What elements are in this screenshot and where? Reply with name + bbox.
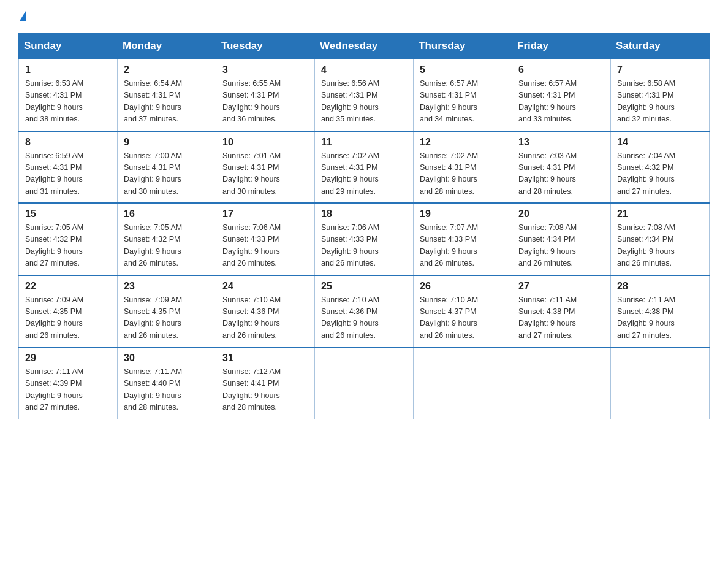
calendar-cell: 7Sunrise: 6:58 AMSunset: 4:31 PMDaylight… — [611, 59, 710, 131]
day-info: Sunrise: 7:10 AMSunset: 4:37 PMDaylight:… — [420, 294, 506, 342]
day-info: Sunrise: 7:00 AMSunset: 4:31 PMDaylight:… — [124, 150, 210, 198]
calendar-cell: 20Sunrise: 7:08 AMSunset: 4:34 PMDayligh… — [512, 203, 611, 275]
calendar-cell: 31Sunrise: 7:12 AMSunset: 4:41 PMDayligh… — [216, 347, 315, 419]
weekday-header-saturday: Saturday — [611, 34, 710, 59]
day-info: Sunrise: 7:06 AMSunset: 4:33 PMDaylight:… — [222, 222, 308, 270]
week-row-5: 29Sunrise: 7:11 AMSunset: 4:39 PMDayligh… — [19, 347, 710, 419]
day-number: 1 — [25, 64, 111, 75]
day-info: Sunrise: 7:10 AMSunset: 4:36 PMDaylight:… — [222, 294, 308, 342]
day-number: 22 — [25, 281, 111, 292]
day-number: 28 — [617, 281, 703, 292]
calendar-cell: 17Sunrise: 7:06 AMSunset: 4:33 PMDayligh… — [216, 203, 315, 275]
day-info: Sunrise: 6:55 AMSunset: 4:31 PMDaylight:… — [222, 78, 308, 126]
calendar-cell: 26Sunrise: 7:10 AMSunset: 4:37 PMDayligh… — [414, 275, 512, 348]
calendar-cell: 11Sunrise: 7:02 AMSunset: 4:31 PMDayligh… — [315, 131, 414, 204]
weekday-header-sunday: Sunday — [19, 34, 118, 59]
day-number: 16 — [124, 209, 210, 220]
page-header — [18, 12, 710, 22]
day-info: Sunrise: 7:06 AMSunset: 4:33 PMDaylight:… — [321, 222, 407, 270]
calendar-cell: 30Sunrise: 7:11 AMSunset: 4:40 PMDayligh… — [118, 347, 216, 419]
calendar-cell: 28Sunrise: 7:11 AMSunset: 4:38 PMDayligh… — [611, 275, 710, 348]
day-number: 25 — [321, 281, 407, 292]
day-info: Sunrise: 6:57 AMSunset: 4:31 PMDaylight:… — [420, 78, 506, 126]
day-info: Sunrise: 7:04 AMSunset: 4:32 PMDaylight:… — [617, 150, 703, 198]
weekday-header-friday: Friday — [512, 34, 611, 59]
day-number: 30 — [124, 353, 210, 364]
day-info: Sunrise: 7:09 AMSunset: 4:35 PMDaylight:… — [124, 294, 210, 342]
day-info: Sunrise: 7:11 AMSunset: 4:40 PMDaylight:… — [124, 366, 210, 414]
day-number: 20 — [518, 209, 604, 220]
day-number: 19 — [420, 209, 506, 220]
calendar-cell: 8Sunrise: 6:59 AMSunset: 4:31 PMDaylight… — [19, 131, 118, 204]
day-number: 2 — [124, 64, 210, 75]
calendar-cell: 25Sunrise: 7:10 AMSunset: 4:36 PMDayligh… — [315, 275, 414, 348]
logo-triangle-icon — [20, 11, 26, 21]
weekday-header-tuesday: Tuesday — [216, 34, 315, 59]
day-number: 26 — [420, 281, 506, 292]
day-number: 8 — [25, 137, 111, 148]
day-number: 12 — [420, 137, 506, 148]
weekday-header-row: SundayMondayTuesdayWednesdayThursdayFrid… — [19, 34, 710, 59]
calendar-cell: 4Sunrise: 6:56 AMSunset: 4:31 PMDaylight… — [315, 59, 414, 131]
logo — [18, 12, 26, 22]
calendar-table: SundayMondayTuesdayWednesdayThursdayFrid… — [18, 33, 710, 419]
day-number: 21 — [617, 209, 703, 220]
calendar-cell: 9Sunrise: 7:00 AMSunset: 4:31 PMDaylight… — [118, 131, 216, 204]
day-info: Sunrise: 7:07 AMSunset: 4:33 PMDaylight:… — [420, 222, 506, 270]
day-number: 3 — [222, 64, 308, 75]
calendar-cell: 3Sunrise: 6:55 AMSunset: 4:31 PMDaylight… — [216, 59, 315, 131]
day-number: 14 — [617, 137, 703, 148]
day-number: 18 — [321, 209, 407, 220]
day-info: Sunrise: 6:56 AMSunset: 4:31 PMDaylight:… — [321, 78, 407, 126]
day-number: 23 — [124, 281, 210, 292]
weekday-header-thursday: Thursday — [414, 34, 512, 59]
calendar-cell: 27Sunrise: 7:11 AMSunset: 4:38 PMDayligh… — [512, 275, 611, 348]
day-number: 6 — [518, 64, 604, 75]
day-info: Sunrise: 7:02 AMSunset: 4:31 PMDaylight:… — [321, 150, 407, 198]
calendar-cell: 21Sunrise: 7:08 AMSunset: 4:34 PMDayligh… — [611, 203, 710, 275]
day-number: 24 — [222, 281, 308, 292]
day-number: 17 — [222, 209, 308, 220]
day-number: 4 — [321, 64, 407, 75]
day-info: Sunrise: 6:59 AMSunset: 4:31 PMDaylight:… — [25, 150, 111, 198]
day-info: Sunrise: 6:54 AMSunset: 4:31 PMDaylight:… — [124, 78, 210, 126]
day-number: 31 — [222, 353, 308, 364]
day-number: 11 — [321, 137, 407, 148]
day-info: Sunrise: 7:12 AMSunset: 4:41 PMDaylight:… — [222, 366, 308, 414]
day-info: Sunrise: 7:05 AMSunset: 4:32 PMDaylight:… — [124, 222, 210, 270]
day-info: Sunrise: 7:03 AMSunset: 4:31 PMDaylight:… — [518, 150, 604, 198]
calendar-cell: 14Sunrise: 7:04 AMSunset: 4:32 PMDayligh… — [611, 131, 710, 204]
calendar-cell: 13Sunrise: 7:03 AMSunset: 4:31 PMDayligh… — [512, 131, 611, 204]
day-info: Sunrise: 7:01 AMSunset: 4:31 PMDaylight:… — [222, 150, 308, 198]
calendar-cell — [611, 347, 710, 419]
week-row-2: 8Sunrise: 6:59 AMSunset: 4:31 PMDaylight… — [19, 131, 710, 204]
day-number: 29 — [25, 353, 111, 364]
calendar-cell — [512, 347, 611, 419]
calendar-cell — [414, 347, 512, 419]
day-info: Sunrise: 7:02 AMSunset: 4:31 PMDaylight:… — [420, 150, 506, 198]
day-number: 27 — [518, 281, 604, 292]
day-info: Sunrise: 7:11 AMSunset: 4:38 PMDaylight:… — [518, 294, 604, 342]
day-number: 9 — [124, 137, 210, 148]
week-row-4: 22Sunrise: 7:09 AMSunset: 4:35 PMDayligh… — [19, 275, 710, 348]
calendar-cell: 23Sunrise: 7:09 AMSunset: 4:35 PMDayligh… — [118, 275, 216, 348]
day-info: Sunrise: 7:11 AMSunset: 4:39 PMDaylight:… — [25, 366, 111, 414]
calendar-cell: 5Sunrise: 6:57 AMSunset: 4:31 PMDaylight… — [414, 59, 512, 131]
day-number: 7 — [617, 64, 703, 75]
day-info: Sunrise: 7:05 AMSunset: 4:32 PMDaylight:… — [25, 222, 111, 270]
day-info: Sunrise: 7:08 AMSunset: 4:34 PMDaylight:… — [518, 222, 604, 270]
day-info: Sunrise: 6:53 AMSunset: 4:31 PMDaylight:… — [25, 78, 111, 126]
calendar-cell: 16Sunrise: 7:05 AMSunset: 4:32 PMDayligh… — [118, 203, 216, 275]
day-info: Sunrise: 7:10 AMSunset: 4:36 PMDaylight:… — [321, 294, 407, 342]
day-info: Sunrise: 7:08 AMSunset: 4:34 PMDaylight:… — [617, 222, 703, 270]
calendar-cell: 29Sunrise: 7:11 AMSunset: 4:39 PMDayligh… — [19, 347, 118, 419]
calendar-cell: 15Sunrise: 7:05 AMSunset: 4:32 PMDayligh… — [19, 203, 118, 275]
calendar-cell: 2Sunrise: 6:54 AMSunset: 4:31 PMDaylight… — [118, 59, 216, 131]
calendar-cell: 24Sunrise: 7:10 AMSunset: 4:36 PMDayligh… — [216, 275, 315, 348]
week-row-1: 1Sunrise: 6:53 AMSunset: 4:31 PMDaylight… — [19, 59, 710, 131]
calendar-cell: 19Sunrise: 7:07 AMSunset: 4:33 PMDayligh… — [414, 203, 512, 275]
day-info: Sunrise: 7:09 AMSunset: 4:35 PMDaylight:… — [25, 294, 111, 342]
calendar-cell: 12Sunrise: 7:02 AMSunset: 4:31 PMDayligh… — [414, 131, 512, 204]
day-number: 13 — [518, 137, 604, 148]
week-row-3: 15Sunrise: 7:05 AMSunset: 4:32 PMDayligh… — [19, 203, 710, 275]
